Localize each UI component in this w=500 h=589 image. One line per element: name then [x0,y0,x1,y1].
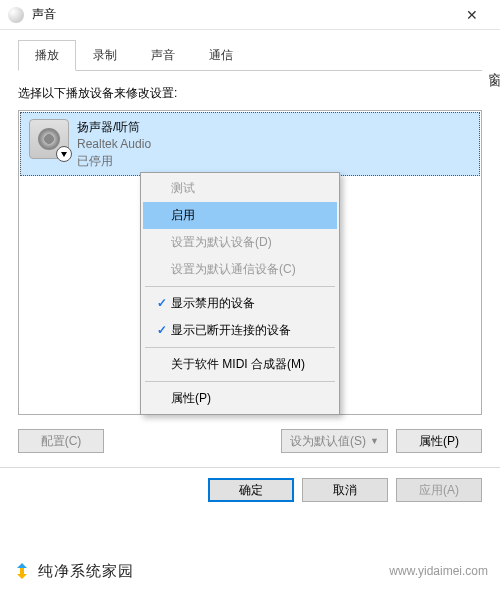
menu-separator [145,286,335,287]
menu-set-default-comm: 设置为默认通信设备(C) [143,256,337,283]
menu-separator [145,381,335,382]
menu-show-disabled[interactable]: ✓显示禁用的设备 [143,290,337,317]
tab-strip: 播放 录制 声音 通信 [18,40,482,71]
tab-sounds[interactable]: 声音 [134,40,192,71]
brand-logo-icon [12,561,32,581]
menu-enable[interactable]: 启用 [143,202,337,229]
cropped-text: 窗 [488,72,500,102]
menu-show-disconnected[interactable]: ✓显示已断开连接的设备 [143,317,337,344]
chevron-down-icon: ▼ [370,436,379,446]
configure-button: 配置(C) [18,429,104,453]
disabled-badge-icon [56,146,72,162]
brand-url: www.yidaimei.com [389,564,488,578]
properties-button[interactable]: 属性(P) [396,429,482,453]
device-status: 已停用 [77,153,151,170]
brand-text: 纯净系统家园 [38,562,134,581]
cancel-button[interactable]: 取消 [302,478,388,502]
ok-button[interactable]: 确定 [208,478,294,502]
menu-test: 测试 [143,175,337,202]
tab-communications[interactable]: 通信 [192,40,250,71]
menu-about-midi[interactable]: 关于软件 MIDI 合成器(M) [143,351,337,378]
instruction-text: 选择以下播放设备来修改设置: [18,85,482,102]
context-menu[interactable]: 测试 启用 设置为默认设备(D) 设置为默认通信设备(C) ✓显示禁用的设备 ✓… [140,172,340,415]
tab-recording[interactable]: 录制 [76,40,134,71]
speaker-icon [29,119,69,159]
set-default-button: 设为默认值(S)▼ [281,429,388,453]
device-name: 扬声器/听筒 [77,119,151,136]
titlebar: 声音 ✕ [0,0,500,30]
window-title: 声音 [32,6,452,23]
menu-separator [145,347,335,348]
device-driver: Realtek Audio [77,136,151,153]
app-icon [8,7,24,23]
tab-playback[interactable]: 播放 [18,40,76,71]
apply-button: 应用(A) [396,478,482,502]
menu-properties[interactable]: 属性(P) [143,385,337,412]
menu-set-default: 设置为默认设备(D) [143,229,337,256]
device-item-speaker[interactable]: 扬声器/听筒 Realtek Audio 已停用 [20,112,480,176]
close-button[interactable]: ✕ [452,0,492,30]
watermark-footer: 纯净系统家园 www.yidaimei.com [0,553,500,589]
device-text: 扬声器/听筒 Realtek Audio 已停用 [77,119,151,169]
